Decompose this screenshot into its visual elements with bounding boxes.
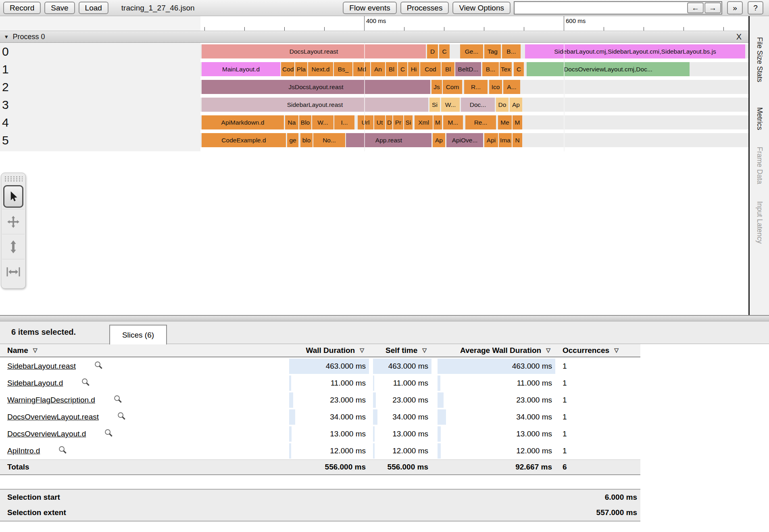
sidebar-tab-input-latency[interactable]: Input Latency xyxy=(755,201,764,244)
processes-button[interactable]: Processes xyxy=(400,2,449,14)
trace-slice[interactable]: Md xyxy=(353,62,370,76)
selection-tool-button[interactable] xyxy=(3,185,23,208)
trace-slice[interactable]: Hi xyxy=(408,62,419,76)
trace-slice[interactable]: Me xyxy=(498,115,512,129)
trace-slice[interactable]: ApiOve... xyxy=(446,133,483,147)
magnifier-icon[interactable] xyxy=(81,378,90,389)
trace-slice[interactable]: blo xyxy=(300,133,313,147)
trace-slice[interactable]: Blo xyxy=(299,115,311,129)
trace-slice[interactable]: Ge... xyxy=(460,44,483,58)
trace-slice[interactable]: MainLayout.d xyxy=(202,62,280,76)
trace-slice[interactable]: Next.d xyxy=(308,62,333,76)
trace-slice[interactable]: Js xyxy=(431,80,442,94)
magnifier-icon[interactable] xyxy=(94,361,103,372)
trace-slice[interactable]: Url xyxy=(358,115,373,129)
sidebar-tab-file-size-stats[interactable]: File Size Stats xyxy=(755,37,764,82)
column-header-name[interactable]: Name ▽ xyxy=(7,344,38,357)
column-header-occurrences[interactable]: Occurrences ▽ xyxy=(563,344,639,357)
trace-slice[interactable]: Tex xyxy=(500,62,512,76)
trace-slice[interactable]: Si xyxy=(404,115,413,129)
trace-slice[interactable]: C xyxy=(439,44,450,58)
load-button[interactable]: Load xyxy=(79,2,108,14)
trace-slice[interactable]: C xyxy=(514,62,524,76)
flow-events-button[interactable]: Flow events xyxy=(343,2,396,14)
trace-slice[interactable]: Bl xyxy=(442,62,454,76)
find-next-button[interactable]: → xyxy=(704,2,721,13)
trace-slice[interactable]: Tag xyxy=(484,44,501,58)
trace-slice[interactable]: B... xyxy=(482,62,499,76)
record-button[interactable]: Record xyxy=(3,2,41,14)
trace-slice[interactable]: W... xyxy=(441,98,460,112)
slice-name-link[interactable]: ApiIntro.d xyxy=(7,446,40,455)
magnifier-icon[interactable] xyxy=(104,428,113,440)
trace-slice[interactable]: C xyxy=(398,62,407,76)
magnifier-icon[interactable] xyxy=(113,394,123,406)
trace-slice[interactable]: JsDocsLayout.reast xyxy=(202,80,430,94)
trace-slice[interactable]: Ap xyxy=(510,98,522,112)
magnifier-icon[interactable] xyxy=(117,411,126,423)
save-button[interactable]: Save xyxy=(44,2,75,14)
trace-slice[interactable]: Do xyxy=(496,98,508,112)
trace-slice[interactable]: ge xyxy=(287,133,298,147)
trace-slice[interactable]: App.reast xyxy=(346,133,431,147)
view-options-button[interactable]: View Options xyxy=(452,2,511,14)
trace-slice[interactable]: BeltD... xyxy=(455,62,481,76)
trace-slice[interactable]: Bs_ xyxy=(334,62,352,76)
trace-slice[interactable]: A... xyxy=(503,80,520,94)
trace-slice[interactable]: DocsOverviewLayout.cmj,Doc... xyxy=(527,62,690,76)
column-header-self-time[interactable]: Self time ▽ xyxy=(373,344,431,357)
trace-slice[interactable]: Pla xyxy=(295,62,307,76)
trace-slice[interactable]: Bl xyxy=(386,62,397,76)
trace-slice[interactable]: Re... xyxy=(465,115,496,129)
column-header-average-wall-duration[interactable]: Average Wall Duration ▽ xyxy=(438,344,555,357)
trace-slice[interactable]: B... xyxy=(502,44,521,58)
more-options-button[interactable]: » xyxy=(727,1,743,15)
trace-slice[interactable]: Ima xyxy=(499,133,512,147)
palette-grip-handle[interactable] xyxy=(4,176,23,182)
trace-slice[interactable]: SidebarLayout.cmj,SidebarLayout.cmi,Side… xyxy=(525,44,745,58)
tab-slices[interactable]: Slices (6) xyxy=(109,325,167,344)
trace-slice[interactable]: N xyxy=(513,133,522,147)
close-process-icon[interactable]: X xyxy=(736,32,742,42)
slice-name-link[interactable]: DocsOverviewLayout.d xyxy=(7,430,86,438)
sidebar-tab-metrics[interactable]: Metrics xyxy=(755,107,764,130)
trace-slice[interactable]: Pr xyxy=(393,115,403,129)
panel-splitter[interactable] xyxy=(0,315,769,321)
slice-name-link[interactable]: SidebarLayout.reast xyxy=(7,362,76,371)
magnifier-icon[interactable] xyxy=(58,445,67,457)
trace-slice[interactable]: Na xyxy=(285,115,298,129)
vertical-zoom-tool-button[interactable] xyxy=(2,234,25,259)
timing-select-tool-button[interactable] xyxy=(2,259,25,284)
trace-slice[interactable]: Si xyxy=(429,98,440,112)
trace-slice[interactable]: SidebarLayout.reast xyxy=(202,98,428,112)
trace-slice[interactable]: Api xyxy=(484,133,498,147)
trace-slice[interactable]: Ico xyxy=(489,80,502,94)
slice-name-link[interactable]: WarningFlagDescription.d xyxy=(7,396,95,405)
trace-slice[interactable]: Xml xyxy=(415,115,433,129)
column-header-wall-duration[interactable]: Wall Duration ▽ xyxy=(289,344,369,357)
trace-slice[interactable]: No... xyxy=(313,133,345,147)
trace-slice[interactable]: Com xyxy=(443,80,462,94)
collapse-arrow-icon[interactable]: ▾ xyxy=(5,33,8,40)
trace-slice[interactable]: Ap xyxy=(433,133,445,147)
trace-slice[interactable]: M xyxy=(513,115,522,129)
trace-slice[interactable]: M... xyxy=(443,115,463,129)
slice-name-link[interactable]: DocsOverviewLayout.reast xyxy=(7,413,99,421)
trace-slice[interactable]: Cod xyxy=(281,62,294,76)
trace-slice[interactable]: D xyxy=(386,115,392,129)
trace-slice[interactable]: R... xyxy=(464,80,488,94)
find-previous-button[interactable]: ← xyxy=(687,2,704,13)
trace-slice[interactable]: M xyxy=(433,115,442,129)
sidebar-tab-frame-data[interactable]: Frame Data xyxy=(755,147,764,184)
trace-slice[interactable]: Doc... xyxy=(461,98,495,112)
trace-slice[interactable]: ApiMarkdown.d xyxy=(202,115,284,129)
help-button[interactable]: ? xyxy=(748,1,763,15)
trace-slice[interactable]: An xyxy=(371,62,385,76)
trace-slice[interactable]: DocsLayout.reast xyxy=(202,44,426,58)
trace-slice[interactable]: W... xyxy=(312,115,333,129)
trace-slice[interactable]: D xyxy=(427,44,438,58)
pan-tool-button[interactable] xyxy=(2,209,25,234)
search-input[interactable] xyxy=(515,2,687,14)
slice-name-link[interactable]: SidebarLayout.d xyxy=(7,379,63,388)
trace-slice[interactable]: Ut xyxy=(374,115,385,129)
